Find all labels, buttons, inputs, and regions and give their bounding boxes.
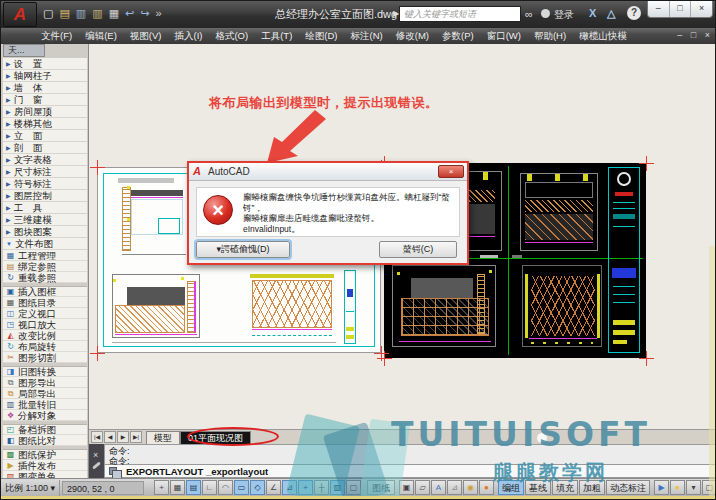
palette-category[interactable]: 文件布图: [3, 238, 87, 250]
paper-space-button[interactable]: 图纸: [367, 480, 395, 495]
palette-category[interactable]: 符号标注: [3, 178, 87, 190]
menu-item[interactable]: 文件(F): [35, 29, 78, 44]
a360-icon[interactable]: △: [607, 7, 615, 20]
menu-item[interactable]: 修改(M): [390, 29, 435, 44]
menu-item[interactable]: 标注(N): [345, 29, 389, 44]
login-link[interactable]: 登录: [554, 8, 574, 22]
menu-item[interactable]: 工具(T): [255, 29, 298, 44]
qat-icon[interactable]: ▤: [59, 6, 69, 20]
dialog-close-button[interactable]: 螯锊(C): [379, 241, 457, 258]
status-toggle-icon[interactable]: ▢: [346, 480, 361, 495]
palette-tool[interactable]: ✂图形切割: [3, 352, 87, 363]
status-icon[interactable]: ▣: [399, 480, 414, 495]
palette-category[interactable]: 文字表格: [3, 154, 87, 166]
palette-tool[interactable]: ▶插件发布: [3, 460, 87, 471]
command-input-line[interactable]: EXPORTLAYOUT _exportlayout: [104, 465, 716, 478]
palette-tool[interactable]: ⧉局部导出: [3, 388, 87, 399]
palette-tool[interactable]: ▦图纸目录: [3, 297, 87, 308]
status-toggle-icon[interactable]: ┼: [314, 480, 329, 495]
palette-tool[interactable]: ▩图纸保护: [3, 449, 87, 460]
status-toggle-icon[interactable]: ∟: [202, 480, 217, 495]
palette-category[interactable]: 三维建模: [3, 214, 87, 226]
menu-item[interactable]: 参数(P): [436, 29, 480, 44]
command-close-icon[interactable]: ×: [93, 450, 98, 460]
palette-category[interactable]: 墙 体: [3, 82, 87, 94]
palette-tool[interactable]: ▦工程管理: [3, 250, 87, 261]
tab-nav-button[interactable]: ◀: [104, 431, 116, 443]
menu-item[interactable]: 帮助(H): [528, 29, 572, 44]
command-history[interactable]: 命令: 命令:: [104, 444, 716, 465]
help-icon[interactable]: ?: [627, 6, 641, 20]
status-toggle-icon[interactable]: ◠: [218, 480, 233, 495]
status-icon[interactable]: ●: [670, 480, 685, 495]
palette-tool[interactable]: ◧图纸比对: [3, 435, 87, 446]
palette-category[interactable]: 设 置: [3, 58, 87, 70]
palette-category[interactable]: 房间屋顶: [3, 106, 87, 118]
palette-tool[interactable]: ◰备档拆图: [3, 424, 87, 435]
search-input[interactable]: 键入关键字或短语: [399, 6, 521, 22]
qat-icon[interactable]: ↪: [140, 6, 149, 20]
window-control-button[interactable]: –: [648, 1, 670, 17]
status-text-button[interactable]: 基线: [525, 480, 551, 495]
status-text-button[interactable]: 填充: [552, 480, 578, 495]
status-toggle-icon[interactable]: ◇: [250, 480, 265, 495]
status-toggle-icon[interactable]: +: [154, 480, 169, 495]
status-icon[interactable]: ◉: [463, 480, 478, 495]
status-toggle-icon[interactable]: ▨: [330, 480, 345, 495]
palette-tool[interactable]: ◫定义视口: [3, 308, 87, 319]
palette-tool[interactable]: ◳视口放大: [3, 319, 87, 330]
window-control-button[interactable]: □: [670, 1, 692, 17]
status-toggle-icon[interactable]: ▦: [170, 480, 185, 495]
palette-category[interactable]: 工 具: [3, 202, 87, 214]
scale-selector[interactable]: 比例 1:100 ▾: [1, 480, 60, 496]
autocad-app-logo[interactable]: A: [3, 2, 37, 27]
palette-tool[interactable]: ▤绑定参照: [3, 261, 87, 272]
menu-item[interactable]: 绘图(D): [299, 29, 343, 44]
menu-item[interactable]: 橄榄山快模: [573, 29, 633, 44]
status-icon[interactable]: ⊿: [447, 480, 462, 495]
document-window-controls[interactable]: – □ ×: [677, 30, 713, 40]
dialog-close-icon[interactable]: ×: [438, 165, 464, 178]
status-icon[interactable]: ▾: [686, 480, 701, 495]
menu-item[interactable]: 视图(V): [124, 29, 168, 44]
status-text-button[interactable]: 编组: [498, 480, 524, 495]
status-icon[interactable]: ●: [479, 480, 494, 495]
menu-item[interactable]: 插入(I): [168, 29, 208, 44]
drawing-canvas[interactable]: 将布局输出到模型时，提示出现错误。: [89, 44, 716, 429]
palette-tool[interactable]: ↻布局旋转: [3, 341, 87, 352]
palette-tool[interactable]: ↻重载参照: [3, 272, 87, 283]
exchange-icon[interactable]: X: [589, 7, 596, 19]
tab-nav-button[interactable]: ▶: [117, 431, 129, 443]
palette-category[interactable]: 图层控制: [3, 190, 87, 202]
menu-item[interactable]: 编辑(E): [79, 29, 123, 44]
command-customize-icon[interactable]: [92, 461, 101, 469]
palette-tool[interactable]: ◭改变比例: [3, 330, 87, 341]
status-text-button[interactable]: 加粗: [579, 480, 605, 495]
status-icon[interactable]: A: [431, 480, 446, 495]
status-toggle-icon[interactable]: ▤: [186, 480, 201, 495]
status-toggle-icon[interactable]: ▭: [234, 480, 249, 495]
palette-tool[interactable]: ▥批量转旧: [3, 399, 87, 410]
qat-icon[interactable]: ▥: [76, 6, 86, 20]
status-toggle-icon[interactable]: ∠: [266, 480, 281, 495]
status-icon[interactable]: ▶: [654, 480, 669, 495]
status-toggle-icon[interactable]: +: [298, 480, 313, 495]
status-icon[interactable]: ▱: [415, 480, 430, 495]
palette-tool[interactable]: ⧉图形导出: [3, 377, 87, 388]
qat-icon[interactable]: ↩: [125, 6, 134, 20]
dialog-title-bar[interactable]: A AutoCAD: [189, 163, 467, 181]
palette-tool[interactable]: ▣插入图框: [3, 286, 87, 297]
palette-tab[interactable]: 天...: [3, 44, 45, 57]
palette-category[interactable]: 楼梯其他: [3, 118, 87, 130]
palette-category[interactable]: 剖 面: [3, 142, 87, 154]
search-binoculars-icon[interactable]: ∞: [525, 8, 533, 20]
qat-icon[interactable]: ▥: [92, 6, 102, 20]
palette-tool[interactable]: ◨旧图转换: [3, 366, 87, 377]
menu-item[interactable]: 窗口(W): [481, 29, 527, 44]
details-button[interactable]: ▾諤碴偷愧(D): [196, 241, 290, 258]
palette-tool[interactable]: ❖分解对象: [3, 410, 87, 421]
tab-model[interactable]: 模型: [146, 431, 180, 444]
palette-category[interactable]: 轴网柱子: [3, 70, 87, 82]
menu-item[interactable]: 格式(O): [209, 29, 254, 44]
command-options-icon[interactable]: [109, 467, 117, 475]
